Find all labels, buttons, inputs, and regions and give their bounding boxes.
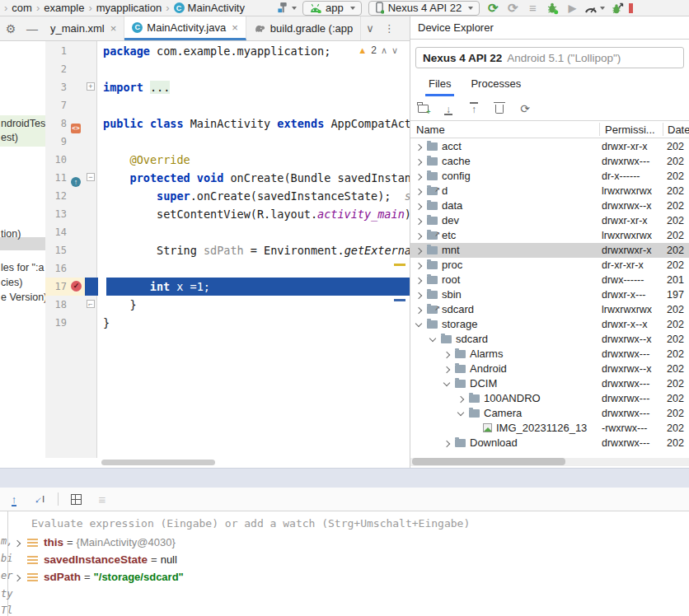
chevron-right-icon[interactable] bbox=[415, 173, 422, 180]
code-line-2[interactable]: 2 bbox=[45, 60, 410, 78]
resume-button[interactable]: ▶ bbox=[565, 1, 579, 16]
code-line-9[interactable]: 9 bbox=[45, 133, 410, 151]
gear-icon[interactable]: ⚙ bbox=[0, 16, 21, 40]
breadcrumb-item-myapplication[interactable]: myapplication bbox=[96, 2, 162, 14]
refresh-button[interactable]: ⟳ bbox=[516, 100, 534, 118]
evaluate-expression-input[interactable]: Evaluate expression (Eingabe) or add a w… bbox=[9, 515, 689, 533]
file-tree-row-android[interactable]: Androiddrwxrwx--x202 bbox=[410, 362, 689, 376]
stop-button[interactable] bbox=[629, 3, 633, 13]
rerun-button[interactable]: ⟳ bbox=[485, 1, 500, 16]
evaluate-expression-button[interactable] bbox=[67, 490, 85, 508]
code-text[interactable]: import ... bbox=[97, 78, 410, 96]
file-tree-row-mnt[interactable]: mntdrwxrwxr-x202 bbox=[410, 243, 689, 258]
chevron-down-icon[interactable] bbox=[457, 409, 464, 416]
chevron-right-icon[interactable] bbox=[415, 306, 422, 313]
code-text[interactable]: } bbox=[97, 296, 410, 314]
file-tree-row-acct[interactable]: acctdrwxr-xr-x202 bbox=[410, 139, 689, 154]
file-tree-row-alarms[interactable]: Alarmsdrwxrwx---202 bbox=[410, 347, 689, 362]
file-tree-row-camera[interactable]: Cameradrwxrwx---202 bbox=[410, 406, 689, 421]
step-up-button[interactable]: ↑ bbox=[5, 490, 23, 508]
debug-button[interactable] bbox=[545, 1, 560, 16]
code-line-12[interactable]: 12 super.onCreate(savedInstanceState); s bbox=[45, 187, 410, 205]
editor-tab-build-gradle-app[interactable]: build.gradle (:app bbox=[246, 16, 361, 40]
hide-panel-icon[interactable]: — bbox=[21, 16, 43, 40]
next-issue-icon[interactable]: ∨ bbox=[391, 45, 398, 56]
code-text[interactable]: String sdPath = Environment.getExternal bbox=[97, 241, 410, 259]
chevron-right-icon[interactable] bbox=[415, 292, 422, 298]
editor-tab-mainactivity-java[interactable]: CMainActivity.java× bbox=[124, 16, 246, 40]
device-explorer-tab-files[interactable]: Files bbox=[420, 74, 459, 96]
file-tree-row-100andro[interactable]: 100ANDROdrwxrwx---202 bbox=[410, 391, 689, 406]
new-folder-button[interactable]: + bbox=[414, 100, 432, 118]
file-tree-row-proc[interactable]: procdr-xr-xr-x202 bbox=[410, 258, 689, 273]
column-header-date[interactable]: Date bbox=[668, 121, 689, 138]
chevron-right-icon[interactable] bbox=[415, 232, 422, 239]
upload-file-button[interactable]: ↑ bbox=[465, 100, 483, 118]
chevron-right-icon[interactable] bbox=[415, 203, 422, 209]
fold-end-icon[interactable]: ⌐ bbox=[87, 300, 95, 308]
code-text[interactable]: protected void onCreate(Bundle savedInst… bbox=[97, 169, 410, 187]
file-tree-row-cache[interactable]: cachedrwxrwx---202 bbox=[410, 154, 689, 169]
delete-button[interactable] bbox=[490, 100, 509, 118]
chevron-right-icon[interactable] bbox=[415, 262, 422, 268]
inspection-widget[interactable]: ▲2 ∧ ∨ bbox=[358, 44, 398, 56]
code-line-7[interactable]: 7 bbox=[45, 96, 410, 114]
file-tree-row-sdcard[interactable]: sdcarddrwxrwx--x202 bbox=[410, 332, 689, 347]
rerun-inactive-button[interactable]: ⟳ bbox=[505, 1, 520, 16]
chevron-right-icon[interactable] bbox=[443, 366, 450, 372]
code-line-19[interactable]: 19} bbox=[45, 314, 410, 332]
chevron-right-icon[interactable] bbox=[415, 143, 422, 150]
frames-panel-sliver[interactable]: m,biertyTl bbox=[0, 511, 8, 616]
variable-row-sdpath[interactable]: sdPath="/storage/sdcard" bbox=[9, 568, 689, 586]
code-line-17[interactable]: 17✓ int x =1; bbox=[45, 278, 410, 296]
chevron-down-icon[interactable] bbox=[429, 335, 436, 342]
file-tree-row-sdcard[interactable]: ↗sdcardlrwxrwxrwx202 bbox=[410, 302, 689, 317]
editor-hscroll-thumb[interactable] bbox=[101, 460, 215, 465]
editor-tab-y-main-xml[interactable]: y_main.xml× bbox=[43, 16, 124, 40]
breakpoint-icon[interactable]: ✓ bbox=[71, 281, 82, 292]
chevron-right-icon[interactable] bbox=[14, 539, 21, 546]
build-hammer-button[interactable] bbox=[276, 1, 297, 16]
breadcrumb-item-example[interactable]: example bbox=[44, 2, 84, 14]
file-tree-row-root[interactable]: rootdrwx------201 bbox=[410, 273, 689, 287]
file-tree-row-config[interactable]: configdr-x------202 bbox=[410, 169, 689, 184]
project-panel-sliver[interactable]: ndroidTesest)tion)les for ":acies)e Vers… bbox=[0, 41, 45, 468]
code-editor[interactable]: 1package com.example.myapplication;23+im… bbox=[45, 41, 410, 468]
code-line-16[interactable]: 16 bbox=[45, 259, 410, 278]
code-line-13[interactable]: 13 setContentView(R.layout.activity_main… bbox=[45, 205, 410, 223]
error-stripe-exec-mark[interactable] bbox=[394, 299, 405, 301]
breadcrumb-item-mainactivity[interactable]: CMainActivity bbox=[174, 2, 245, 14]
tab-close-icon[interactable]: × bbox=[110, 22, 117, 35]
chevron-down-icon[interactable] bbox=[415, 320, 422, 327]
code-line-3[interactable]: 3+import ... bbox=[45, 78, 410, 96]
column-header-name[interactable]: Name bbox=[416, 121, 445, 138]
file-tree-row-data[interactable]: datadrwxrwx--x202 bbox=[410, 198, 689, 213]
code-text[interactable]: setContentView(R.layout.activity_main); bbox=[97, 205, 410, 223]
code-text[interactable]: public class MainActivity extends AppCom… bbox=[97, 114, 410, 133]
attach-debugger-button[interactable] bbox=[610, 1, 625, 16]
chevron-down-icon[interactable] bbox=[443, 380, 450, 386]
fold-expand-icon[interactable]: + bbox=[87, 82, 95, 91]
chevron-right-icon[interactable] bbox=[415, 277, 422, 283]
file-tree-row-sbin[interactable]: sbindrwxr-x---197 bbox=[410, 287, 689, 302]
device-explorer-device-select[interactable]: Nexus 4 API 22 Android 5.1 ("Lollipop") bbox=[415, 47, 684, 68]
breadcrumb-item-com[interactable]: com bbox=[12, 2, 32, 14]
device-select[interactable]: Nexus 4 API 22 bbox=[368, 1, 480, 16]
chevron-right-icon[interactable] bbox=[415, 188, 422, 194]
fold-collapse-icon[interactable]: − bbox=[87, 173, 95, 181]
file-tree-row-dcim[interactable]: DCIMdrwxrwx---202 bbox=[410, 376, 689, 391]
prev-issue-icon[interactable]: ∧ bbox=[381, 45, 387, 56]
run-list-button[interactable]: ≡ bbox=[525, 1, 540, 16]
chevron-right-icon[interactable] bbox=[443, 440, 450, 446]
variable-row-this[interactable]: this={MainActivity@4030} bbox=[9, 534, 689, 551]
profiler-button[interactable] bbox=[584, 1, 605, 16]
download-file-button[interactable]: ↓ bbox=[439, 100, 457, 118]
device-explorer-tab-processes[interactable]: Processes bbox=[462, 74, 529, 96]
chevron-right-icon[interactable] bbox=[14, 574, 21, 581]
code-text[interactable]: } bbox=[97, 314, 410, 332]
file-tree-row-storage[interactable]: storagedrwxr-x--x202 bbox=[410, 317, 689, 332]
run-configuration-select[interactable]: app bbox=[302, 1, 362, 16]
chevron-right-icon[interactable] bbox=[457, 395, 464, 402]
chevron-right-icon[interactable] bbox=[415, 247, 422, 254]
code-text[interactable]: super.onCreate(savedInstanceState); s bbox=[97, 187, 410, 205]
